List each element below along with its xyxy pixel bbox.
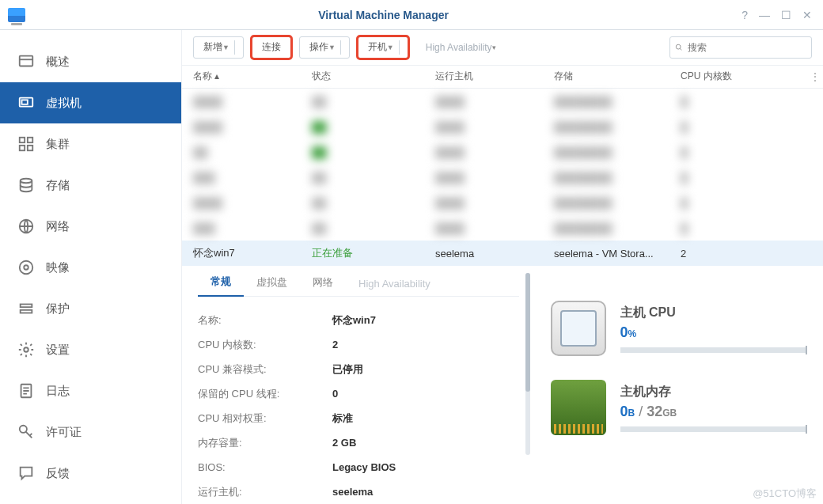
col-cpu[interactable]: CPU 内核数	[681, 70, 807, 83]
kv-val: 0	[332, 388, 338, 400]
table-row[interactable]: ███████████████████	[182, 114, 823, 139]
sidebar-item-network[interactable]: 网络	[0, 206, 181, 247]
kv-key: CPU 相对权重:	[198, 411, 332, 426]
main: 概述 虚拟机 集群 存储 网络 映像 保护 设置	[0, 30, 823, 504]
connect-button[interactable]: 连接	[252, 36, 291, 59]
detail-kv: 名称:怀念win7 CPU 内核数:2 CPU 兼容模式:已停用 保留的 CPU…	[198, 308, 519, 504]
tab-general[interactable]: 常规	[198, 267, 244, 297]
sidebar-item-license[interactable]: 许可证	[0, 411, 181, 453]
search-box[interactable]	[669, 36, 812, 59]
chevron-down-icon: ▼	[328, 44, 336, 51]
app-icon	[8, 8, 25, 22]
detail-tabs: 常规 虚拟盘 网络 High Availability	[198, 265, 519, 297]
table-row-selected[interactable]: 怀念win7 正在准备 seelema seelema - VM Stora..…	[182, 241, 823, 266]
detail-right: 主机 CPU 0% 主机内存 0B / 32GB	[535, 265, 824, 504]
table-row[interactable]: ██████████████████	[182, 165, 823, 190]
svg-rect-3	[20, 138, 25, 142]
watermark: @51CTO博客	[753, 487, 817, 501]
svg-point-9	[20, 261, 33, 275]
table-row[interactable]: ██████████████████	[182, 215, 823, 241]
columns-more-icon[interactable]: ⋮	[807, 71, 823, 82]
kv-val: 2 GB	[332, 437, 356, 449]
svg-rect-0	[20, 56, 33, 66]
col-storage[interactable]: 存储	[554, 70, 681, 83]
svg-rect-6	[28, 146, 32, 150]
help-icon[interactable]: ?	[741, 9, 748, 21]
sidebar-item-storage[interactable]: 存储	[0, 165, 181, 206]
titlebar: Virtual Machine Manager ? — ☐ ✕	[0, 0, 823, 30]
sidebar-label: 反馈	[46, 466, 70, 481]
sidebar-label: 保护	[46, 301, 70, 316]
stat-bar	[620, 347, 808, 353]
kv-key: 保留的 CPU 线程:	[198, 387, 332, 401]
search-input[interactable]	[688, 42, 806, 53]
table-row[interactable]: ███████████████████	[182, 190, 823, 215]
col-status[interactable]: 状态	[312, 70, 435, 83]
log-icon	[17, 382, 35, 400]
svg-point-7	[21, 179, 32, 184]
sidebar-item-feedback[interactable]: 反馈	[0, 453, 181, 494]
sidebar-item-protect[interactable]: 保护	[0, 288, 181, 329]
memory-chip-icon	[551, 380, 606, 435]
toolbar: 新增▼ 连接 操作▼ 开机▼ High Availability ▾	[182, 30, 823, 66]
ha-button[interactable]: High Availability ▾	[416, 36, 506, 59]
sidebar: 概述 虚拟机 集群 存储 网络 映像 保护 设置	[0, 30, 182, 504]
table-row[interactable]: █████████████████	[182, 139, 823, 165]
svg-point-16	[676, 44, 681, 49]
add-button[interactable]: 新增▼	[193, 36, 244, 59]
sidebar-item-overview[interactable]: 概述	[0, 41, 181, 82]
sidebar-item-vm[interactable]: 虚拟机	[0, 82, 181, 123]
tab-ha[interactable]: High Availability	[346, 270, 443, 296]
table-body: ███████████████████ ███████████████████ …	[182, 89, 823, 255]
scrollbar-thumb[interactable]	[525, 273, 530, 392]
close-icon[interactable]: ✕	[802, 9, 812, 21]
detail-pane: 常规 虚拟盘 网络 High Availability 名称:怀念win7 CP…	[182, 264, 823, 504]
chevron-down-icon: ▼	[387, 44, 394, 51]
vm-icon	[17, 94, 35, 112]
overview-icon	[17, 53, 35, 70]
sidebar-item-log[interactable]: 日志	[0, 370, 181, 411]
sidebar-label: 集群	[46, 137, 70, 152]
kv-val: Legacy BIOS	[332, 461, 396, 473]
minimize-icon[interactable]: —	[759, 9, 770, 21]
tab-network[interactable]: 网络	[300, 267, 346, 296]
sidebar-label: 概述	[46, 55, 70, 70]
kv-val: 2	[332, 339, 338, 351]
kv-key: 内存容量:	[198, 436, 332, 450]
kv-key: BIOS:	[198, 461, 332, 473]
cell-host: seelema	[435, 248, 554, 260]
svg-point-13	[24, 347, 28, 352]
search-icon	[675, 42, 683, 53]
kv-val: 标准	[332, 411, 353, 426]
kv-key: CPU 内核数:	[198, 338, 332, 352]
operate-button[interactable]: 操作▼	[299, 36, 350, 59]
cell-name: 怀念win7	[193, 246, 312, 260]
kv-val: 怀念win7	[332, 313, 376, 328]
cpu-chip-icon	[551, 301, 606, 356]
svg-rect-5	[20, 146, 25, 150]
poweron-button[interactable]: 开机▼	[358, 36, 408, 59]
kv-key: 名称:	[198, 313, 332, 328]
cell-storage: seelema - VM Stora...	[554, 248, 681, 260]
svg-rect-2	[22, 100, 28, 104]
window-controls: ? — ☐ ✕	[741, 9, 823, 21]
storage-icon	[17, 176, 35, 194]
sidebar-label: 日志	[46, 384, 70, 399]
gear-icon	[17, 341, 35, 358]
sidebar-item-image[interactable]: 映像	[0, 247, 181, 288]
svg-rect-11	[21, 305, 32, 308]
window-title: Virtual Machine Manager	[25, 9, 741, 21]
tab-vdisk[interactable]: 虚拟盘	[244, 267, 300, 296]
col-name[interactable]: 名称 ▴	[193, 70, 312, 83]
col-host[interactable]: 运行主机	[435, 70, 554, 83]
table-row[interactable]: ███████████████████	[182, 89, 823, 114]
stat-value: 0%	[620, 324, 808, 341]
kv-key: 运行主机:	[198, 485, 332, 499]
stat-mem: 主机内存 0B / 32GB	[551, 368, 808, 447]
sidebar-label: 许可证	[46, 425, 82, 440]
kv-val: 已停用	[332, 362, 363, 377]
sidebar-item-settings[interactable]: 设置	[0, 329, 181, 370]
sidebar-item-cluster[interactable]: 集群	[0, 123, 181, 165]
maximize-icon[interactable]: ☐	[781, 9, 791, 21]
scrollbar[interactable]	[525, 273, 530, 455]
